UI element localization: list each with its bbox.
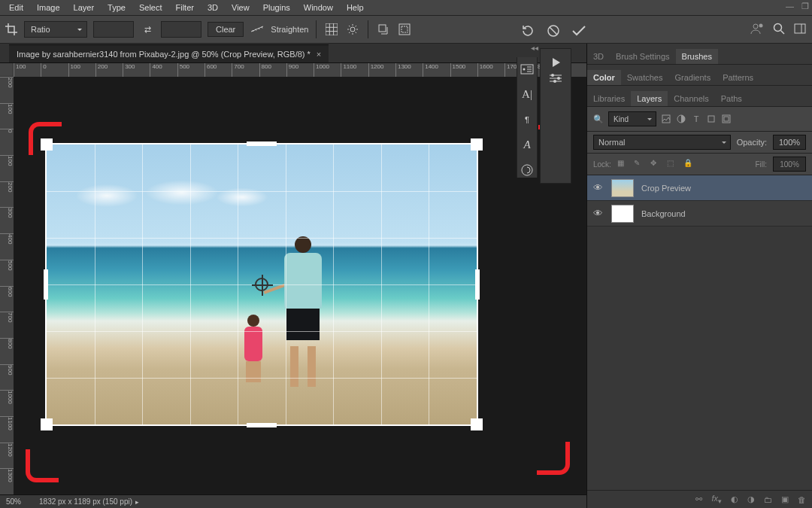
menu-image[interactable]: Image [31,2,66,14]
cancel-crop-icon[interactable] [546,23,561,38]
play-action-icon[interactable] [550,56,562,68]
commit-crop-icon[interactable] [571,23,586,38]
tab-brushes[interactable]: Brushes [676,49,718,64]
layer-group-icon[interactable]: 🗀 [764,495,772,504]
layer-name[interactable]: Background [641,209,686,218]
menu-plugins[interactable]: Plugins [257,2,296,14]
filter-smart-icon[interactable] [721,114,732,124]
grid-overlay-icon[interactable] [324,22,339,37]
layer-fx-icon[interactable]: fx▾ [711,494,722,505]
restore-icon[interactable]: ❐ [801,2,809,11]
menu-3d[interactable]: 3D [201,2,224,14]
crop-width-field[interactable] [93,21,134,38]
layer-thumbnail[interactable] [611,179,634,197]
visibility-toggle-icon[interactable]: 👁 [593,208,604,219]
layer-thumbnail[interactable] [611,205,634,223]
filter-adjust-icon[interactable] [676,114,686,124]
visibility-toggle-icon[interactable]: 👁 [593,182,604,193]
crop-handle-bl[interactable] [41,418,53,430]
crop-handle-t[interactable] [247,141,277,146]
panel-group-top: 3D Brush Settings Brushes [587,44,812,65]
adjustment-layer-icon[interactable]: ◑ [747,494,755,504]
crop-handle-br[interactable] [471,418,483,430]
paragraph-panel-icon[interactable]: ¶ [519,112,535,127]
reset-crop-icon[interactable] [520,23,535,38]
layer-kind-dropdown[interactable]: Kind [608,111,656,126]
close-tab-icon[interactable]: × [317,50,321,59]
ratio-dropdown[interactable]: Ratio [24,21,87,38]
lock-transparency-icon[interactable]: ▦ [617,159,628,169]
opacity-label: Opacity: [737,138,767,147]
filter-type-icon[interactable]: T [691,114,701,124]
ruler-origin[interactable] [0,63,14,77]
tab-brush-settings[interactable]: Brush Settings [610,49,676,64]
adjustments-panel-icon[interactable] [548,73,563,84]
svg-point-5 [753,24,758,29]
crop-handle-tr[interactable] [471,138,483,151]
tab-3d[interactable]: 3D [587,49,610,64]
document-dimensions[interactable]: 1832 px x 1189 px (150 ppi)▸ [39,497,139,506]
minimize-icon[interactable]: — [786,2,794,11]
ruler-vertical[interactable]: 2001000100200300400500600700800900100011… [0,77,14,494]
straighten-label[interactable]: Straighten [271,25,308,34]
document-tab[interactable]: Image by sarahbernier3140 from Pixabay-2… [9,44,329,62]
filter-shape-icon[interactable] [706,114,717,124]
layer-row-crop-preview[interactable]: 👁 Crop Preview [587,175,812,201]
history-panel-icon[interactable] [519,62,535,77]
tab-paths[interactable]: Paths [715,91,748,106]
layer-row-background[interactable]: 👁 Background [587,201,812,227]
cloud-user-icon[interactable] [750,23,764,35]
link-layers-icon[interactable]: ⚯ [695,494,702,504]
crop-handle-r[interactable] [475,269,480,300]
crop-handle-b[interactable] [247,423,277,427]
clear-button[interactable]: Clear [208,22,244,37]
delete-cropped-icon[interactable] [376,22,391,37]
straighten-icon[interactable] [250,22,265,37]
blend-mode-dropdown[interactable]: Normal [593,135,731,150]
crop-center-icon[interactable] [255,278,268,291]
zoom-level[interactable]: 50% [6,497,21,506]
properties-panel-icon[interactable] [519,163,535,178]
search-icon[interactable] [773,23,785,35]
menu-edit[interactable]: Edit [3,2,29,14]
menu-select[interactable]: Select [133,2,168,14]
crop-settings-icon[interactable] [345,22,360,37]
crop-height-field[interactable] [161,21,201,38]
filter-pixel-icon[interactable] [661,114,671,124]
menu-layer[interactable]: Layer [68,2,101,14]
character-panel-icon[interactable]: A| [519,87,535,102]
layer-name[interactable]: Crop Preview [641,184,691,193]
opacity-field[interactable]: 100% [773,135,806,150]
new-layer-icon[interactable]: ▣ [781,494,789,504]
menu-filter[interactable]: Filter [170,2,200,14]
lock-all-icon[interactable]: 🔒 [683,159,694,169]
tab-color[interactable]: Color [587,70,621,85]
canvas[interactable] [14,77,586,494]
lock-artboard-icon[interactable]: ⬚ [667,159,677,169]
panel-collapse-arrows[interactable]: ◂◂ [531,44,538,52]
tab-libraries[interactable]: Libraries [587,91,631,106]
fill-field[interactable]: 100% [773,157,806,172]
lock-pixels-icon[interactable]: ✎ [634,159,644,169]
ruler-horizontal[interactable]: 1000100200300400500600700800900100011001… [14,63,586,77]
tab-channels[interactable]: Channels [668,91,714,106]
crop-tool-icon[interactable] [5,23,18,36]
tab-layers[interactable]: Layers [631,91,668,106]
menu-type[interactable]: Type [102,2,132,14]
menu-view[interactable]: View [226,2,256,14]
workspace-switcher-icon[interactable] [794,23,806,34]
collapsed-panel-strip-2 [540,48,571,184]
menu-help[interactable]: Help [341,2,370,14]
layer-mask-icon[interactable]: ◐ [731,494,738,504]
tab-swatches[interactable]: Swatches [621,70,669,85]
glyphs-panel-icon[interactable]: A [519,138,535,153]
crop-handle-l[interactable] [44,269,48,300]
swap-dimensions-icon[interactable]: ⇄ [140,22,155,37]
lock-position-icon[interactable]: ✥ [650,159,661,169]
tab-patterns[interactable]: Patterns [717,70,759,85]
content-aware-icon[interactable] [397,22,412,37]
tab-gradients[interactable]: Gradients [668,70,717,85]
crop-region[interactable] [47,144,477,424]
menu-window[interactable]: Window [298,2,339,14]
delete-layer-icon[interactable]: 🗑 [798,495,806,504]
